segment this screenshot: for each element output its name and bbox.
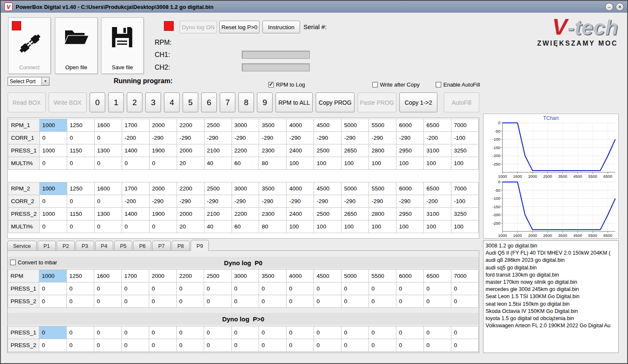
- value-cell[interactable]: 1700: [122, 270, 149, 283]
- file-list-item[interactable]: master 170km nowy silnik go digital.bin: [486, 279, 616, 286]
- reset-log-button[interactable]: Reset log P>0: [219, 21, 259, 33]
- value-cell[interactable]: 2500: [204, 270, 232, 283]
- value-cell[interactable]: 0: [177, 295, 204, 308]
- value-cell[interactable]: 4500: [314, 270, 341, 283]
- digit-button-8[interactable]: 8: [238, 92, 254, 112]
- value-cell[interactable]: 2400: [287, 144, 314, 157]
- value-cell[interactable]: 1250: [67, 182, 94, 195]
- value-cell[interactable]: 0: [149, 157, 177, 170]
- value-cell[interactable]: 1400: [122, 144, 149, 157]
- value-cell[interactable]: 0: [341, 283, 369, 295]
- value-cell[interactable]: 3000: [232, 119, 259, 132]
- value-cell[interactable]: 0: [94, 283, 122, 295]
- copy-1-to-2-button[interactable]: Copy 1->2: [399, 92, 437, 112]
- value-cell[interactable]: -100: [451, 195, 479, 208]
- value-cell[interactable]: 0: [67, 326, 94, 339]
- value-cell[interactable]: 7000: [451, 270, 479, 283]
- value-cell[interactable]: 1700: [122, 119, 149, 132]
- value-cell[interactable]: -200: [424, 132, 451, 144]
- value-cell[interactable]: 3500: [259, 182, 287, 195]
- value-cell[interactable]: 100: [451, 157, 479, 170]
- value-cell[interactable]: 1150: [67, 144, 94, 157]
- chevron-down-icon[interactable]: ▼: [41, 77, 49, 85]
- paste-prog-button[interactable]: Paste PROG: [358, 92, 396, 112]
- value-cell[interactable]: 0: [177, 283, 204, 295]
- tab-p8[interactable]: P8: [172, 241, 190, 251]
- value-cell[interactable]: -100: [451, 132, 479, 144]
- tab-p5[interactable]: P5: [114, 241, 132, 251]
- value-cell[interactable]: 100: [287, 220, 314, 233]
- value-cell[interactable]: 40: [204, 157, 232, 170]
- tab-p9[interactable]: P9: [191, 240, 209, 251]
- value-cell[interactable]: 0: [287, 283, 314, 295]
- value-cell[interactable]: 2800: [369, 208, 396, 220]
- autofill-button[interactable]: AutoFill: [444, 92, 479, 112]
- file-list-item[interactable]: ford transit 130km go digital.bin: [486, 272, 616, 279]
- value-cell[interactable]: -290: [314, 195, 341, 208]
- value-cell[interactable]: 2200: [232, 144, 259, 157]
- tab-p2[interactable]: P2: [57, 241, 75, 251]
- value-cell[interactable]: -290: [314, 132, 341, 144]
- value-cell[interactable]: 1700: [122, 182, 149, 195]
- value-cell[interactable]: 0: [232, 326, 259, 339]
- value-cell[interactable]: 6500: [424, 270, 451, 283]
- value-cell[interactable]: -290: [396, 132, 424, 144]
- value-cell[interactable]: 0: [314, 283, 341, 295]
- value-cell[interactable]: -290: [232, 195, 259, 208]
- value-cell[interactable]: 1000: [39, 182, 67, 195]
- value-cell[interactable]: 0: [369, 326, 396, 339]
- value-cell[interactable]: -290: [177, 132, 204, 144]
- value-cell[interactable]: -200: [424, 195, 451, 208]
- digit-button-3[interactable]: 3: [145, 92, 161, 112]
- value-cell[interactable]: 6000: [396, 119, 424, 132]
- save-file-button[interactable]: Save file: [101, 17, 144, 74]
- rpm-to-log-checkbox[interactable]: RPM to Log: [268, 81, 305, 88]
- value-cell[interactable]: 0: [451, 295, 479, 308]
- value-cell[interactable]: 6500: [424, 119, 451, 132]
- value-cell[interactable]: 0: [39, 326, 67, 339]
- value-cell[interactable]: -200: [122, 132, 149, 144]
- file-list-item[interactable]: Seat Leon 1.5 TSI 130KM Go Digital.bin: [486, 293, 616, 300]
- rpm-to-log-checkbox-box[interactable]: [268, 82, 274, 87]
- value-cell[interactable]: 0: [39, 195, 67, 208]
- value-cell[interactable]: -200: [122, 195, 149, 208]
- value-cell[interactable]: 2000: [177, 208, 204, 220]
- value-cell[interactable]: 2200: [177, 270, 204, 283]
- value-cell[interactable]: 0: [67, 157, 94, 170]
- dyno-log-on-button[interactable]: Dyno log ON: [180, 21, 217, 33]
- value-cell[interactable]: 0: [341, 326, 369, 339]
- file-list-item[interactable]: audi q8 286km 2023 go digital.bin: [486, 257, 616, 264]
- value-cell[interactable]: 0: [369, 339, 396, 352]
- value-cell[interactable]: 2300: [259, 208, 287, 220]
- value-cell[interactable]: 3000: [232, 182, 259, 195]
- value-cell[interactable]: 0: [122, 295, 149, 308]
- value-cell[interactable]: 0: [39, 220, 67, 233]
- value-cell[interactable]: 60: [232, 157, 259, 170]
- value-cell[interactable]: 0: [259, 295, 287, 308]
- value-cell[interactable]: -290: [149, 195, 177, 208]
- value-cell[interactable]: 0: [314, 295, 341, 308]
- instruction-button[interactable]: Instruction: [262, 21, 300, 33]
- value-cell[interactable]: 0: [369, 283, 396, 295]
- value-cell[interactable]: 0: [204, 295, 232, 308]
- tab-p4[interactable]: P4: [95, 241, 113, 251]
- tab-p1[interactable]: P1: [38, 241, 56, 251]
- value-cell[interactable]: 20: [177, 157, 204, 170]
- value-cell[interactable]: 0: [177, 339, 204, 352]
- value-cell[interactable]: 0: [122, 220, 149, 233]
- value-cell[interactable]: 3250: [451, 208, 479, 220]
- value-cell[interactable]: 0: [451, 326, 479, 339]
- value-cell[interactable]: 3250: [451, 144, 479, 157]
- write-after-copy-checkbox-box[interactable]: [372, 82, 378, 87]
- value-cell[interactable]: 0: [67, 339, 94, 352]
- value-cell[interactable]: -290: [287, 132, 314, 144]
- value-cell[interactable]: 0: [67, 295, 94, 308]
- value-cell[interactable]: 2500: [204, 119, 232, 132]
- value-cell[interactable]: 100: [369, 220, 396, 233]
- value-cell[interactable]: 0: [259, 283, 287, 295]
- file-list-item[interactable]: Skoda Octavia IV 150KM Go Digital.bin: [486, 308, 616, 315]
- value-cell[interactable]: 0: [122, 283, 149, 295]
- value-cell[interactable]: 2500: [314, 208, 341, 220]
- value-cell[interactable]: 0: [122, 157, 149, 170]
- value-cell[interactable]: 1300: [94, 144, 122, 157]
